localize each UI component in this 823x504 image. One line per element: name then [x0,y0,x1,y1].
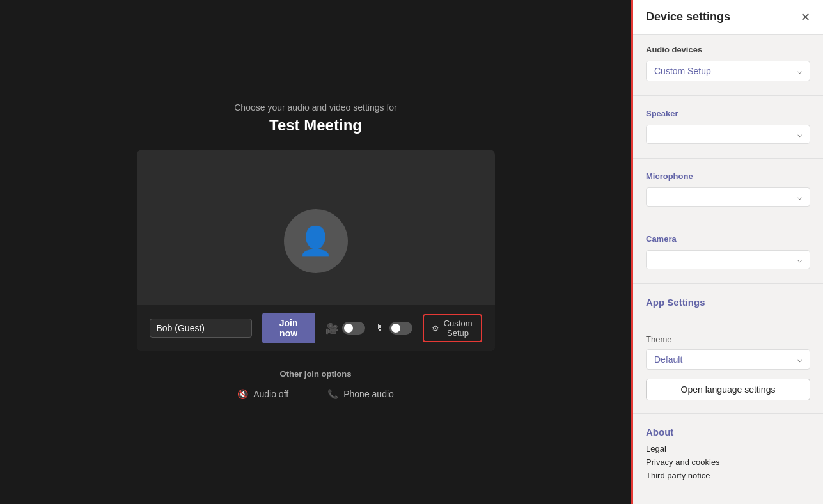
video-off-icon: 🎥 [325,322,338,335]
third-party-link[interactable]: Third party notice [646,471,810,480]
audio-devices-section: Audio devices Custom Setup ⌵ [633,35,823,93]
divider-4 [633,283,823,284]
video-preview: 👤 Join now 🎥 🎙 ⚙ Custom Setup [137,150,495,351]
other-join-title: Other join options [218,369,413,379]
device-settings-panel: Device settings ✕ Audio devices Custom S… [631,0,823,504]
theme-section: Theme Default ⌵ Open language settings [633,324,823,411]
phone-audio-option[interactable]: 📞 Phone audio [308,389,413,399]
avatar: 👤 [284,209,348,273]
divider-2 [633,158,823,159]
audio-off-option[interactable]: 🔇 Audio off [218,389,308,399]
about-label: About [646,427,810,437]
divider-3 [633,221,823,221]
speaker-chevron-icon: ⌵ [797,130,802,139]
theme-value: Default [654,354,682,365]
camera-chevron-icon: ⌵ [797,255,802,264]
meeting-title-area: Choose your audio and video settings for… [234,102,397,134]
speaker-dropdown[interactable]: ⌵ [646,125,810,144]
audio-devices-value: Custom Setup [654,66,711,76]
phone-icon: 📞 [327,389,338,399]
video-toggle[interactable] [342,322,365,335]
about-section: About Legal Privacy and cookies Third pa… [633,416,823,491]
theme-label: Theme [646,335,810,344]
other-join-section: Other join options 🔇 Audio off 📞 Phone a… [218,369,413,402]
privacy-link[interactable]: Privacy and cookies [646,457,810,467]
mic-toggle-group: 🎙 [375,322,412,335]
mic-off-icon: 🎙 [375,322,386,334]
legal-link[interactable]: Legal [646,444,810,453]
audio-devices-label: Audio devices [646,45,810,54]
meeting-area: Choose your audio and video settings for… [0,0,631,504]
audio-devices-dropdown[interactable]: Custom Setup ⌵ [646,61,810,81]
audio-off-label: Audio off [253,389,288,399]
camera-dropdown[interactable]: ⌵ [646,250,810,269]
settings-panel-title: Device settings [646,10,730,24]
microphone-section: Microphone ⌵ [633,161,823,218]
audio-devices-chevron-icon: ⌵ [797,67,802,75]
microphone-label: Microphone [646,171,810,181]
settings-header: Device settings ✕ [633,0,823,35]
gear-icon: ⚙ [432,324,439,333]
close-settings-button[interactable]: ✕ [801,12,810,23]
audio-off-icon: 🔇 [237,389,248,399]
theme-chevron-icon: ⌵ [797,355,802,364]
microphone-chevron-icon: ⌵ [797,193,802,201]
app-settings-label: App Settings [646,297,810,308]
meeting-title: Test Meeting [234,116,397,134]
mic-toggle[interactable] [389,322,412,335]
camera-label: Camera [646,234,810,244]
custom-setup-label: Custom Setup [443,319,473,338]
divider-1 [633,95,823,96]
user-avatar-icon: 👤 [298,227,333,255]
custom-setup-button[interactable]: ⚙ Custom Setup [423,314,482,342]
camera-section: Camera ⌵ [633,224,823,281]
name-input[interactable] [150,319,252,338]
about-links: Legal Privacy and cookies Third party no… [646,444,810,480]
preview-controls: Join now 🎥 🎙 ⚙ Custom Setup [137,305,495,351]
video-toggle-group: 🎥 [325,322,365,335]
microphone-dropdown[interactable]: ⌵ [646,187,810,207]
app-settings-section: App Settings [633,287,823,324]
theme-dropdown[interactable]: Default ⌵ [646,349,810,370]
join-options: 🔇 Audio off 📞 Phone audio [218,386,413,402]
meeting-subtitle: Choose your audio and video settings for [234,102,397,113]
phone-audio-label: Phone audio [343,389,394,399]
speaker-label: Speaker [646,109,810,118]
speaker-section: Speaker ⌵ [633,98,823,155]
open-language-settings-button[interactable]: Open language settings [646,379,810,400]
divider-5 [633,413,823,414]
join-now-button[interactable]: Join now [262,313,315,343]
